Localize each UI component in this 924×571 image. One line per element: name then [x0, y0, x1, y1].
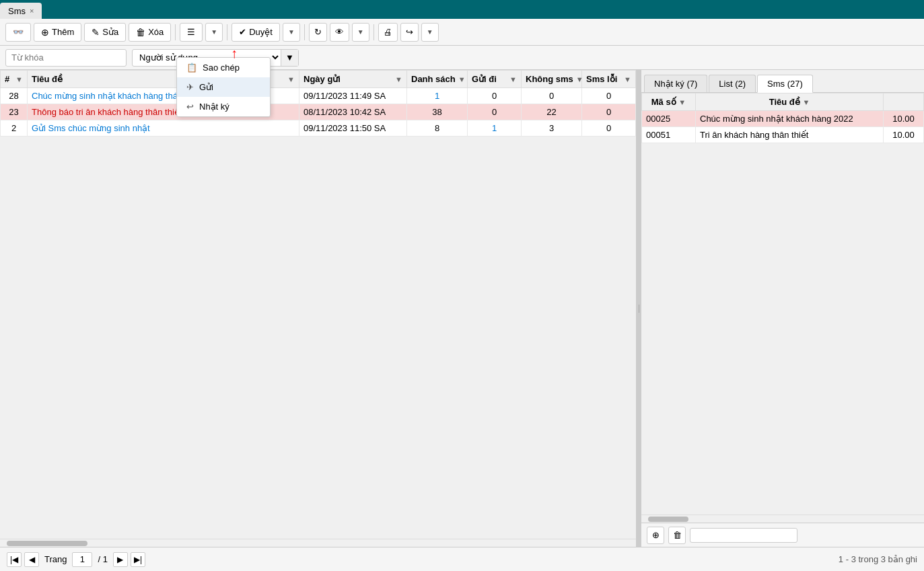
- tab-label: Sms: [8, 6, 26, 16]
- main-layout: # ▼ Tiêu đề ▼ Ngày gửi: [0, 70, 924, 547]
- table-row[interactable]: 28Chúc mừng sinh nhật khách hàng tháng 1…: [1, 88, 636, 104]
- separator-3: [304, 24, 305, 40]
- right-panel: Nhật ký (7) List (2) Sms (27) Mã số ▼: [641, 70, 924, 547]
- print-button[interactable]: 🖨: [378, 23, 398, 42]
- table-header: # ▼ Tiêu đề ▼ Ngày gửi: [1, 71, 636, 88]
- table-row[interactable]: 2Gửi Sms chúc mừng sinh nhật09/11/2023 1…: [1, 120, 636, 137]
- table-row[interactable]: 23Thông báo tri ân khách hàng thân thiết…: [1, 104, 636, 120]
- app-icon-button[interactable]: 👓: [5, 23, 31, 42]
- right-search-input[interactable]: [690, 528, 797, 543]
- menu-item-nhatky[interactable]: ↩ Nhật ký: [177, 97, 270, 116]
- sua-button[interactable]: ✎ Sửa: [84, 23, 126, 42]
- plus-icon: ⊕: [652, 530, 660, 540]
- duyet-button[interactable]: ✔ Duyệt: [232, 23, 280, 42]
- page-prev-button[interactable]: ◀: [24, 552, 39, 567]
- log-icon: ↩: [186, 102, 194, 112]
- menu-item-gui[interactable]: ✈ Gửi: [177, 77, 270, 97]
- duyet-label: Duyệt: [249, 27, 273, 37]
- duyet-dropdown-button[interactable]: ▼: [283, 23, 300, 42]
- filter-icon-right-tieude[interactable]: ▼: [802, 98, 810, 106]
- filter-icon-hash[interactable]: ▼: [15, 75, 23, 83]
- add-row-button[interactable]: ⊕: [647, 527, 664, 544]
- tab-list[interactable]: List (2): [709, 75, 756, 92]
- eye-icon: 👁: [335, 27, 344, 37]
- filter-icon-danhsach[interactable]: ▼: [458, 75, 466, 83]
- filter-row: Người sử dụng ▼: [0, 46, 924, 70]
- app-icon: 👓: [13, 27, 24, 37]
- menu-saochep-label: Sao chép: [203, 63, 240, 73]
- right-col-maso: Mã số ▼: [642, 93, 696, 111]
- table-scroll[interactable]: # ▼ Tiêu đề ▼ Ngày gửi: [0, 70, 636, 539]
- separator-2: [227, 24, 227, 40]
- page-last-button[interactable]: ▶|: [131, 552, 145, 567]
- sua-label: Sửa: [102, 27, 118, 37]
- tab-close-icon[interactable]: ×: [30, 7, 34, 15]
- right-table: Mã số ▼ Tiêu đề ▼: [641, 93, 924, 143]
- status-filter-dropdown-button[interactable]: ▼: [281, 50, 298, 66]
- pagination: |◀ ◀ Trang / 1 ▶ ▶|: [7, 552, 145, 567]
- horizontal-scrollbar[interactable]: [0, 539, 636, 547]
- right-table-wrapper[interactable]: Mã số ▼ Tiêu đề ▼: [641, 93, 924, 515]
- menu-item-saochep[interactable]: 📋 Sao chép: [177, 58, 270, 77]
- refresh-button[interactable]: ↻: [309, 23, 327, 42]
- col-ngay-gui: Ngày gửi ▼: [299, 71, 407, 88]
- menu-gui-label: Gửi: [199, 82, 213, 92]
- separator-4: [374, 24, 374, 40]
- copy-icon: 📋: [186, 63, 197, 73]
- col-gui-di: Gửi đi ▼: [468, 71, 522, 88]
- filter-icon-ngaygui[interactable]: ▼: [395, 75, 402, 83]
- chevron-down-icon-4: ▼: [427, 28, 433, 36]
- eye-dropdown-button[interactable]: ▼: [352, 23, 369, 42]
- refresh-icon: ↻: [314, 27, 322, 37]
- right-col-tieude: Tiêu đề ▼: [696, 93, 884, 111]
- total-pages: / 1: [98, 554, 107, 564]
- chevron-down-icon: ▼: [211, 28, 217, 36]
- page-number-input[interactable]: [72, 552, 92, 567]
- share-icon: ↪: [406, 27, 413, 37]
- right-bottom-bar: ⊕ 🗑: [641, 523, 924, 547]
- share-dropdown-button[interactable]: ▼: [421, 23, 439, 42]
- bottom-bar: |◀ ◀ Trang / 1 ▶ ▶| 1 - 3 trong 3 bản gh…: [0, 547, 924, 571]
- chevron-down-icon-2: ▼: [288, 28, 295, 36]
- chevron-down-icon-3: ▼: [357, 28, 364, 36]
- right-horizontal-scrollbar[interactable]: [641, 515, 924, 523]
- col-sms-loi: Sms lỗi ▼: [582, 71, 636, 88]
- col-khong-sms: Không sms ▼: [522, 71, 582, 88]
- delete-row-button[interactable]: 🗑: [668, 527, 686, 544]
- them-icon: ⊕: [41, 27, 49, 38]
- sms-tab[interactable]: Sms ×: [0, 3, 42, 19]
- sua-icon: ✎: [92, 27, 100, 38]
- right-table-row[interactable]: 00051Tri ân khách hàng thân thiết10.00: [642, 127, 924, 143]
- tab-bar: Sms ×: [0, 0, 924, 19]
- dropdown-menu: ↑ 📋 Sao chép ✈ Gửi ↩ Nhật ký: [176, 57, 271, 117]
- filter-icon-tieude[interactable]: ▼: [287, 75, 295, 83]
- menu-dropdown-button[interactable]: ▼: [205, 23, 223, 42]
- filter-icon-maso[interactable]: ▼: [678, 98, 686, 106]
- tab-nhat-ky[interactable]: Nhật ký (7): [644, 75, 707, 92]
- right-col-value: [884, 93, 924, 111]
- share-button[interactable]: ↪: [400, 23, 419, 42]
- print-icon: 🖨: [384, 27, 392, 37]
- right-scroll-thumb: [648, 517, 688, 522]
- xoa-label: Xóa: [148, 27, 164, 37]
- tab-sms[interactable]: Sms (27): [757, 75, 813, 93]
- menu-button[interactable]: ☰: [180, 23, 203, 42]
- xoa-button[interactable]: 🗑 Xóa: [129, 23, 171, 42]
- xoa-icon: 🗑: [136, 27, 145, 38]
- filter-icon-guidi[interactable]: ▼: [509, 75, 517, 83]
- separator-1: [175, 24, 176, 40]
- page-next-button[interactable]: ▶: [113, 552, 128, 567]
- page-first-button[interactable]: |◀: [7, 552, 22, 567]
- menu-arrow-icon: ↑: [231, 46, 238, 61]
- table-body: 28Chúc mừng sinh nhật khách hàng tháng 1…: [1, 88, 636, 137]
- left-panel: # ▼ Tiêu đề ▼ Ngày gửi: [0, 70, 637, 547]
- send-icon: ✈: [186, 82, 194, 92]
- keyword-input[interactable]: [5, 49, 127, 67]
- them-button[interactable]: ⊕ Thêm: [34, 23, 81, 42]
- col-danh-sach: Danh sách ▼: [407, 71, 468, 88]
- chevron-down-icon-5: ▼: [285, 52, 294, 63]
- eye-button[interactable]: 👁: [330, 23, 349, 42]
- trash-icon: 🗑: [673, 530, 682, 540]
- right-table-row[interactable]: 00025Chúc mừng sinh nhật khách hàng 2022…: [642, 111, 924, 127]
- filter-icon-smsloi[interactable]: ▼: [624, 75, 631, 83]
